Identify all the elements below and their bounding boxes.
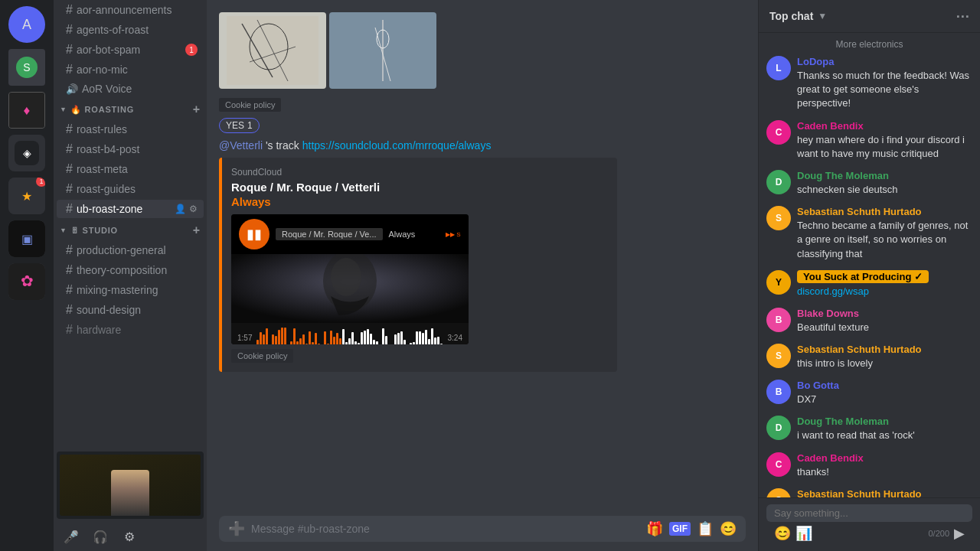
- section-label: STUDIO: [83, 226, 118, 235]
- section-roasting[interactable]: ▼ 🔥 ROASTING +: [54, 98, 207, 119]
- hash-icon: #: [66, 283, 73, 297]
- soundcloud-label: SoundCloud: [231, 167, 608, 178]
- headphone-icon[interactable]: 🎧: [89, 525, 112, 548]
- image-attachments: [219, 12, 746, 89]
- avatar-sebastian2: S: [766, 344, 791, 368]
- channel-roast-guides[interactable]: # roast-guides: [57, 180, 204, 198]
- emoji-reaction-icon[interactable]: 😊: [774, 525, 791, 542]
- gif-icon[interactable]: GIF: [669, 522, 691, 536]
- author-sebastian3: Sebastian Schuth Hurtado: [797, 488, 972, 497]
- unread-badge: 1: [185, 44, 198, 56]
- svg-text:▣: ▣: [21, 233, 33, 246]
- add-attachment-icon[interactable]: ➕: [228, 520, 245, 537]
- channel-ub-roast-zone[interactable]: # ub-roast-zone 👤 ⚙: [57, 200, 204, 218]
- channel-name: agents-of-roast: [77, 24, 149, 36]
- soundcloud-player[interactable]: ▮▮ Roque / Mr. Roque / Ve... Always ▶▶ S…: [231, 214, 469, 344]
- channel-name: roast-guides: [77, 183, 136, 195]
- author-bo: Bo Gotta: [797, 380, 972, 391]
- channel-roast-rules[interactable]: # roast-rules: [57, 120, 204, 139]
- fire-icon: 🔥: [70, 105, 82, 115]
- badge-indicator: 1: [36, 178, 45, 187]
- author-sebastian2: Sebastian Schuth Hurtado: [797, 344, 972, 355]
- right-msg-sebastian2: S Sebastian Schuth Hurtado this intro is…: [766, 344, 972, 370]
- channel-theory-composition[interactable]: # theory-composition: [57, 261, 204, 279]
- more-electronics-label: More electronics: [766, 39, 972, 50]
- poll-icon[interactable]: 📊: [795, 525, 812, 542]
- player-header: ▮▮ Roque / Mr. Roque / Ve... Always ▶▶ S…: [231, 214, 469, 254]
- time-start: 1:57: [237, 334, 252, 342]
- discord-link[interactable]: discord.gg/wsap: [797, 285, 869, 297]
- cookie-notice-2: Cookie policy: [231, 349, 293, 363]
- channel-name: aor-no-mic: [77, 64, 128, 76]
- server-icon-2[interactable]: S: [8, 49, 45, 86]
- mention-vetterli: @Vetterli: [219, 139, 263, 152]
- send-icon[interactable]: ▶: [954, 525, 965, 542]
- msg-text-lodopa: Thanks so much for the feedback! Was gre…: [797, 69, 972, 111]
- channel-name: ub-roast-zone: [77, 203, 142, 215]
- channel-name: mixing-mastering: [77, 284, 158, 296]
- msg-text-doug1: schnecken sie deutsch: [797, 183, 972, 197]
- soundcloud-link[interactable]: https://soundcloud.com/mrroque/always: [302, 139, 492, 152]
- gift-icon[interactable]: 🎁: [646, 520, 663, 537]
- right-msg-sebastian3: S Sebastian Schuth Hurtado good use of t…: [766, 488, 972, 497]
- webcam-feed: [60, 455, 201, 516]
- channel-aor-bot-spam[interactable]: # aor-bot-spam 1: [57, 41, 204, 59]
- server-icon-1[interactable]: A: [8, 6, 45, 43]
- hash-icon: #: [66, 182, 73, 196]
- channel-aor-no-mic[interactable]: # aor-no-mic: [57, 60, 204, 79]
- hash-icon: #: [66, 202, 73, 216]
- ysap-badge-1: You Suck at Producing ✓: [797, 270, 972, 283]
- chat-input[interactable]: [251, 523, 640, 535]
- add-channel-button[interactable]: +: [193, 223, 201, 237]
- right-msg-caden1: C Caden Bendix hey man where do i find y…: [766, 120, 972, 161]
- channel-name: AoR Voice: [82, 83, 132, 95]
- server-icon-3[interactable]: ♦: [8, 92, 45, 129]
- add-channel-button[interactable]: +: [193, 103, 201, 116]
- more-options-icon[interactable]: ⋯: [956, 8, 969, 24]
- right-msg-lodopa: L LoDopa Thanks so much for the feedback…: [766, 56, 972, 111]
- pause-button[interactable]: ▮▮: [239, 219, 270, 249]
- channel-hardware[interactable]: # hardware: [57, 321, 204, 339]
- channel-roast-b4-post[interactable]: # roast-b4-post: [57, 140, 204, 158]
- svg-text:◈: ◈: [23, 147, 31, 159]
- server-icon-6[interactable]: ▣: [8, 220, 45, 257]
- sticker-icon[interactable]: 📋: [697, 520, 714, 537]
- channel-sidebar: # aor-announcements # agents-of-roast # …: [54, 0, 207, 551]
- waveform-bars[interactable]: [256, 326, 443, 344]
- channel-aor-announcements[interactable]: # aor-announcements: [57, 1, 204, 19]
- server-icon-5[interactable]: ★ 1: [8, 178, 45, 214]
- soundcloud-embed: SoundCloud Roque / Mr. Roque / Vetterli …: [219, 158, 617, 372]
- main-chat: Cookie policy YES 1 @Vetterli 's track h…: [207, 0, 758, 551]
- studio-icon: 🎚: [70, 226, 80, 235]
- track-artist: Roque / Mr. Roque / Vetterli: [231, 181, 608, 194]
- section-studio[interactable]: ▼ 🎚 STUDIO +: [54, 219, 207, 240]
- chevron-down-icon[interactable]: ▼: [818, 11, 827, 21]
- channel-name: sound-design: [77, 304, 141, 316]
- channel-sound-design[interactable]: # sound-design: [57, 301, 204, 319]
- channel-name: theory-composition: [77, 264, 167, 276]
- channel-aor-voice[interactable]: 🔊 AoR Voice: [57, 80, 204, 97]
- right-chat-input[interactable]: [774, 507, 965, 519]
- avatar-caden: C: [766, 120, 791, 145]
- channel-mixing-mastering[interactable]: # mixing-mastering: [57, 281, 204, 299]
- avatar-doug2: D: [766, 416, 791, 440]
- yes-reaction[interactable]: YES 1: [219, 118, 260, 133]
- emoji-icon[interactable]: 😊: [720, 520, 737, 537]
- channel-roast-meta[interactable]: # roast-meta: [57, 160, 204, 178]
- right-msg-doug2: D Doug The Moleman i want to read that a…: [766, 416, 972, 442]
- msg-text-doug2: i want to read that as 'rock': [797, 429, 972, 442]
- channel-name: aor-announcements: [77, 4, 172, 16]
- avatar-sebastian: S: [766, 206, 791, 230]
- server-icon-7[interactable]: ✿: [8, 263, 45, 300]
- msg-discord-link: discord.gg/wsap: [797, 285, 972, 298]
- hash-icon: #: [66, 263, 73, 277]
- mic-icon[interactable]: 🎤: [60, 525, 83, 548]
- channel-agents-of-roast[interactable]: # agents-of-roast: [57, 21, 204, 39]
- avatar-sebastian3: S: [766, 488, 791, 497]
- channel-production-general[interactable]: # production-general: [57, 241, 204, 259]
- chat-message-list: Cookie policy YES 1 @Vetterli 's track h…: [207, 0, 758, 507]
- server-icon-4[interactable]: ◈: [8, 135, 45, 171]
- time-end: 3:24: [448, 334, 462, 342]
- settings-icon[interactable]: ⚙: [118, 525, 141, 548]
- channel-name: aor-bot-spam: [77, 44, 140, 56]
